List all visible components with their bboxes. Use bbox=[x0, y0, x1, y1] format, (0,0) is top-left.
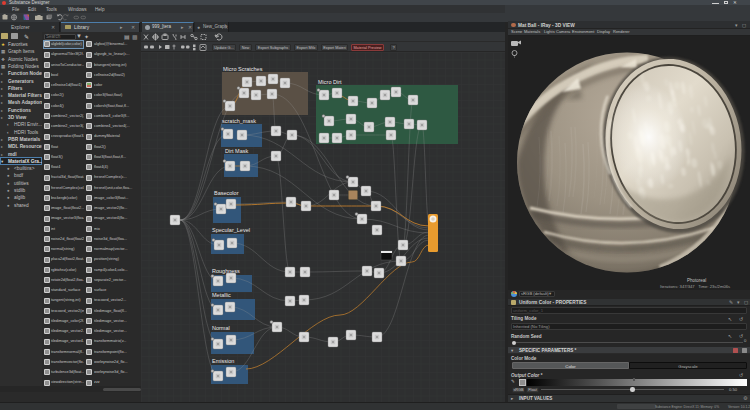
svg-text:Normal: Normal bbox=[212, 325, 230, 331]
svg-text:scratch_mask: scratch_mask bbox=[222, 118, 256, 124]
svg-text:Basecolor: Basecolor bbox=[214, 190, 239, 196]
svg-text:Photoreal: Photoreal bbox=[687, 278, 706, 283]
svg-text:Iterations: 347/347 Time: 23: Iterations: 347/347 Time: 23s/2m06s bbox=[660, 284, 730, 289]
svg-text:Dirt Mask: Dirt Mask bbox=[225, 148, 248, 154]
svg-text:Micro Dirt: Micro Dirt bbox=[318, 79, 342, 85]
svg-text:Specular_Level: Specular_Level bbox=[212, 227, 250, 233]
svg-text:Micro Scratches: Micro Scratches bbox=[223, 66, 263, 72]
svg-text:Metallic: Metallic bbox=[212, 292, 231, 298]
svg-text:Roughness: Roughness bbox=[212, 268, 240, 274]
svg-text:Emission: Emission bbox=[212, 358, 234, 364]
